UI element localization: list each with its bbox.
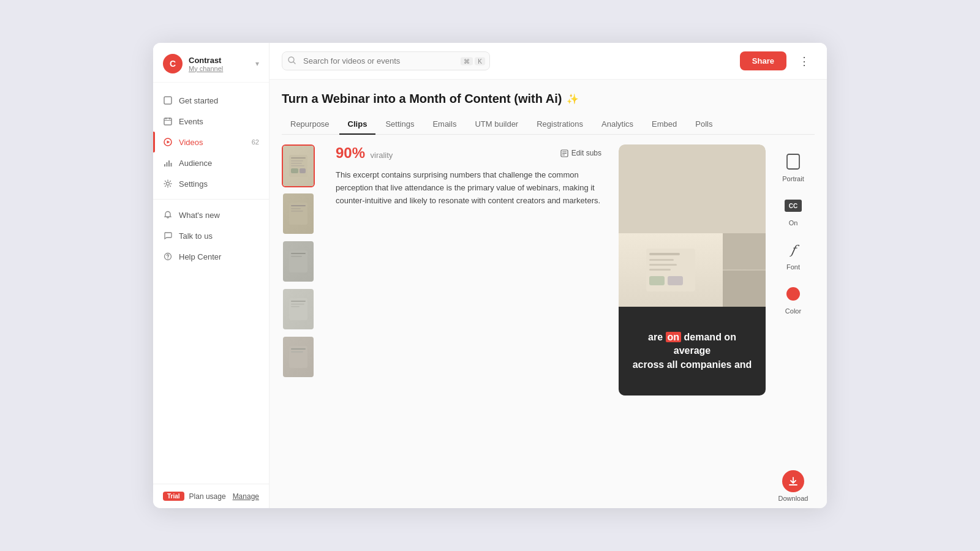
tab-registrations[interactable]: Registrations <box>528 114 592 135</box>
clip-thumb-1[interactable] <box>282 144 315 187</box>
svg-rect-20 <box>291 165 304 167</box>
trial-badge: Trial <box>163 492 184 501</box>
plan-usage-text: Plan usage <box>189 492 226 501</box>
svg-rect-18 <box>291 160 303 162</box>
svg-rect-45 <box>649 269 671 271</box>
cc-icon: CC <box>782 195 804 217</box>
clip-image-5 <box>283 337 314 377</box>
right-toolbar: Portrait CC On 𝑓 Font <box>772 144 815 508</box>
font-icon: 𝑓 <box>782 239 804 261</box>
brand-header[interactable]: C Contrast My channel ▾ <box>153 43 269 83</box>
search-icon <box>288 56 296 66</box>
chevron-down-icon: ▾ <box>255 59 259 68</box>
sidebar-item-help-center[interactable]: Help Center <box>153 246 269 267</box>
share-button[interactable]: Share <box>740 51 786 70</box>
color-tool[interactable]: Color <box>782 283 804 315</box>
settings-icon <box>163 179 173 189</box>
preview-caption-area: are on demand on average across all comp… <box>619 307 766 395</box>
brand-logo: C <box>163 54 183 73</box>
more-options-button[interactable]: ⋮ <box>794 52 815 70</box>
page-title: Turn a Webinar into a Month of Content (… <box>282 92 815 106</box>
topbar: ⌘ K Share ⋮ <box>270 43 827 80</box>
sidebar-item-audience[interactable]: Audience <box>153 152 269 173</box>
cc-tool[interactable]: CC On <box>782 195 804 227</box>
sidebar-item-get-started[interactable]: Get started <box>153 90 269 111</box>
tab-emails[interactable]: Emails <box>424 114 465 135</box>
edit-subs-button[interactable]: Edit subs <box>560 149 601 157</box>
svg-rect-29 <box>291 256 302 257</box>
caption-highlight: on <box>666 332 682 342</box>
clip-thumb-4[interactable] <box>282 288 315 331</box>
search-input[interactable] <box>282 51 490 70</box>
tab-polls[interactable]: Polls <box>687 114 721 135</box>
sidebar-item-whats-new[interactable]: What's new <box>153 204 269 225</box>
svg-marker-6 <box>167 141 170 144</box>
clip-image-4 <box>283 289 314 329</box>
svg-rect-36 <box>291 351 303 353</box>
svg-point-11 <box>167 182 170 186</box>
manage-link[interactable]: Manage <box>233 492 259 501</box>
ai-icon: ✨ <box>567 93 579 105</box>
search-shortcut: ⌘ K <box>461 57 485 65</box>
clip-detail: 90% virality Edit subs This excerpt cont… <box>328 144 609 508</box>
nav-divider <box>153 199 269 200</box>
font-tool[interactable]: 𝑓 Font <box>782 239 804 271</box>
sidebar-item-settings[interactable]: Settings <box>153 173 269 194</box>
download-tool[interactable]: Download <box>778 470 809 502</box>
brand-name: Contrast <box>189 56 249 65</box>
clip-thumb-2[interactable] <box>282 192 315 235</box>
audience-icon <box>163 158 173 168</box>
svg-rect-17 <box>291 157 306 159</box>
sidebar-item-videos[interactable]: Videos 62 <box>153 132 269 152</box>
help-icon <box>163 252 173 261</box>
tab-settings[interactable]: Settings <box>377 114 423 135</box>
svg-rect-42 <box>649 253 680 255</box>
preview-slide-top <box>619 144 766 233</box>
svg-rect-28 <box>291 253 306 254</box>
clip-image-3 <box>283 241 314 282</box>
main-content: ⌘ K Share ⋮ Turn a Webinar into a Month … <box>270 43 827 508</box>
sidebar-bottom: Trial Plan usage Manage <box>153 484 269 508</box>
preview-panel: are on demand on average across all comp… <box>619 144 766 508</box>
tab-utm-builder[interactable]: UTM builder <box>466 114 527 135</box>
color-icon <box>782 283 804 305</box>
svg-rect-33 <box>291 306 300 307</box>
svg-rect-7 <box>164 164 165 167</box>
sidebar-item-events[interactable]: Events <box>153 111 269 132</box>
tab-analytics[interactable]: Analytics <box>593 114 642 135</box>
clips-layout: 90% virality Edit subs This excerpt cont… <box>282 144 815 508</box>
svg-rect-46 <box>649 276 665 285</box>
tab-embed[interactable]: Embed <box>643 114 685 135</box>
preview-slide-mid <box>619 233 766 307</box>
trial-bar: Trial Plan usage Manage <box>163 492 259 501</box>
svg-point-13 <box>167 258 168 258</box>
clip-thumb-3[interactable] <box>282 240 315 283</box>
preview-area: are on demand on average across all comp… <box>619 144 815 508</box>
svg-rect-19 <box>291 163 302 164</box>
sidebar-item-talk-to-us[interactable]: Talk to us <box>153 225 269 246</box>
svg-rect-24 <box>291 205 306 206</box>
svg-rect-22 <box>300 168 306 173</box>
clip-list <box>282 144 318 508</box>
svg-rect-8 <box>167 162 168 167</box>
home-icon <box>163 96 173 105</box>
cc-label: On <box>789 219 798 227</box>
calendar-icon <box>163 116 173 126</box>
search-box: ⌘ K <box>282 51 490 70</box>
portrait-tool[interactable]: Portrait <box>782 151 804 182</box>
svg-rect-48 <box>787 154 799 169</box>
svg-rect-21 <box>291 168 298 173</box>
clip-thumb-5[interactable] <box>282 335 315 378</box>
preview-caption: are on demand on average across all comp… <box>628 331 756 372</box>
clip-description: This excerpt contains surprising numbers… <box>336 169 601 207</box>
svg-rect-35 <box>291 348 306 350</box>
svg-rect-32 <box>291 304 304 305</box>
tab-repurpose[interactable]: Repurpose <box>282 114 338 135</box>
portrait-icon <box>782 151 804 173</box>
tabs: Repurpose Clips Settings Emails UTM buil… <box>282 114 815 135</box>
svg-rect-31 <box>291 301 306 302</box>
clip-image-1 <box>283 146 314 186</box>
brand-info: Contrast My channel <box>189 56 249 72</box>
sidebar: C Contrast My channel ▾ Get started Even… <box>153 43 270 508</box>
tab-clips[interactable]: Clips <box>339 114 376 135</box>
